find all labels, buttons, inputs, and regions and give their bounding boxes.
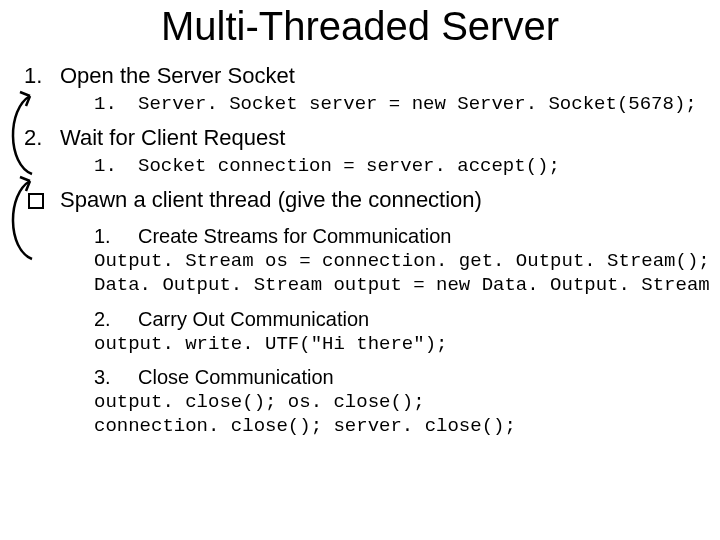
step-3-2: 2. Carry Out Communication	[94, 308, 696, 331]
loop-arrow-bottom-icon	[2, 169, 42, 269]
slide-title: Multi-Threaded Server	[24, 4, 696, 49]
step-3-1-code: Output. Stream os = connection. get. Out…	[94, 250, 696, 298]
step-2: 2. Wait for Client Request	[24, 125, 696, 151]
step-2-sub: 1. Socket connection = server. accept();	[94, 155, 696, 177]
step-3-3-heading: Close Communication	[138, 366, 334, 389]
step-3-1-heading: Create Streams for Communication	[138, 225, 451, 248]
step-3-3-marker: 3.	[94, 366, 138, 389]
step-1-sub: 1. Server. Socket server = new Server. S…	[94, 93, 696, 115]
step-1-heading: Open the Server Socket	[60, 63, 295, 89]
step-3-1-marker: 1.	[94, 225, 138, 248]
step-3-2-code: output. write. UTF("Hi there");	[94, 333, 696, 357]
step-1-sub-marker: 1.	[94, 93, 138, 115]
step-2-sub-marker: 1.	[94, 155, 138, 177]
slide: Multi-Threaded Server 1. Open the Server…	[0, 4, 720, 540]
step-3-1: 1. Create Streams for Communication	[94, 225, 696, 248]
step-3: Spawn a client thread (give the connecti…	[24, 187, 696, 215]
step-3-heading: Spawn a client thread (give the connecti…	[60, 187, 482, 213]
step-3-3: 3. Close Communication	[94, 366, 696, 389]
step-3-2-marker: 2.	[94, 308, 138, 331]
step-3-3-code: output. close(); os. close(); connection…	[94, 391, 696, 439]
step-1: 1. Open the Server Socket	[24, 63, 696, 89]
step-2-heading: Wait for Client Request	[60, 125, 285, 151]
step-3-2-heading: Carry Out Communication	[138, 308, 369, 331]
step-1-sub-code: Server. Socket server = new Server. Sock…	[138, 93, 697, 115]
step-2-sub-code: Socket connection = server. accept();	[138, 155, 560, 177]
